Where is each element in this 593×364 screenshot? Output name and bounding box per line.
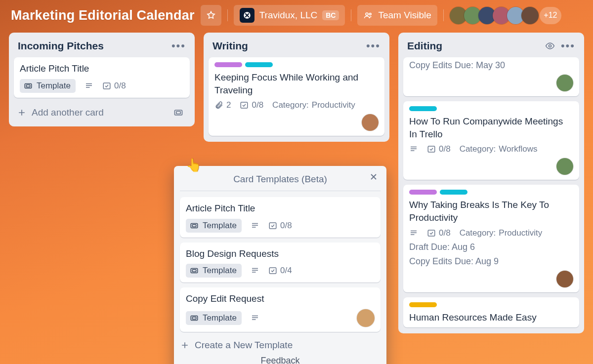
description-badge [251,314,259,323]
org-plan-chip: BC [322,10,339,20]
label-cyan[interactable] [440,190,467,195]
card-title: How To Run Companywide Meetings In Trell… [409,115,573,140]
card[interactable]: Human Resources Made Easy [403,297,579,328]
template-label: Template [203,266,237,276]
label-cyan[interactable] [409,106,437,111]
category-prefix: Category: [272,100,309,110]
visibility-button[interactable]: Team Visible [357,5,437,26]
checklist-icon [268,221,277,230]
template-card[interactable]: Blog Design Requests Template 0/4 [180,243,381,283]
checklist-icon [268,266,277,275]
board-canvas: Incoming Pitches ••• Article Pitch Title… [0,33,593,333]
svg-rect-11 [428,230,435,236]
list-menu-button[interactable]: ••• [366,40,381,52]
list-menu-button[interactable]: ••• [561,40,575,52]
svg-rect-5 [103,83,110,89]
card-title: Article Pitch Title [20,62,184,75]
template-card[interactable]: Article Pitch Title Template 0/8 [180,197,381,238]
description-icon [251,221,259,230]
card[interactable]: How To Run Companywide Meetings In Trell… [403,101,579,180]
divider [180,191,381,191]
checklist-badge: 0/8 [102,81,126,91]
template-badge: Template [186,264,242,278]
card-labels[interactable] [409,106,573,111]
description-badge [251,266,259,275]
list-title[interactable]: Editing [407,40,442,52]
checklist-icon [427,145,436,154]
visibility-label: Team Visible [378,10,431,21]
card[interactable]: Copy Edits Due: May 30 [403,57,579,96]
card-labels[interactable] [214,62,379,67]
due-date-text: Copy Edits Due: Aug 9 [409,256,573,267]
label-orange[interactable] [409,302,437,307]
card[interactable]: Article Pitch Title Template 0/8 [14,57,190,98]
feedback-link[interactable]: Feedback [260,356,299,364]
description-icon [251,314,259,323]
plus-icon [17,108,27,118]
card-member-avatar[interactable] [362,114,379,131]
svg-rect-7 [176,111,180,114]
category-value: Productivity [312,100,355,110]
card-templates-button[interactable] [170,105,187,121]
watch-icon[interactable] [545,41,555,51]
checklist-badge: 0/8 [427,144,451,154]
svg-point-9 [549,45,551,47]
category-badge: Category: Productivity [272,100,355,110]
board-title[interactable]: Marketing Editorial Calendar [11,8,195,23]
member-avatar[interactable] [521,7,539,24]
card-member-avatar[interactable] [556,158,573,175]
divider [227,9,228,21]
category-badge: Category: Productivity [460,228,543,238]
card-member-avatar[interactable] [357,309,375,327]
description-icon [251,266,259,275]
svg-rect-6 [175,110,182,115]
card[interactable]: Keeping Focus While Working and Travelin… [209,57,384,136]
card-labels[interactable] [409,190,573,195]
checklist-count: 0/8 [439,228,451,238]
close-button[interactable] [369,172,379,182]
card-title: Keeping Focus While Working and Travelin… [214,71,379,96]
template-icon [173,108,183,118]
divider [351,9,351,21]
svg-rect-14 [269,223,276,229]
category-badge: Category: Workflows [460,144,538,154]
org-button[interactable]: Travidux, LLC BC [234,5,345,26]
list-title[interactable]: Writing [212,40,248,52]
label-purple[interactable] [214,62,242,67]
checklist-icon [427,229,436,238]
template-badge: Template [186,311,242,325]
svg-rect-18 [191,316,198,320]
svg-rect-17 [269,268,276,274]
list-menu-button[interactable]: ••• [171,40,186,52]
template-label: Template [203,221,237,231]
close-icon [369,172,379,182]
template-icon [190,314,199,323]
more-members-button[interactable]: +12 [540,7,561,24]
list-incoming-pitches: Incoming Pitches ••• Article Pitch Title… [9,33,195,126]
member-avatars[interactable] [450,7,539,24]
template-card[interactable]: Copy Edit Request Template [180,287,381,332]
card-labels[interactable] [409,302,573,307]
card-title: Human Resources Made Easy [409,311,573,324]
description-badge [409,145,418,154]
label-purple[interactable] [409,190,437,195]
create-template-button[interactable]: Create a New Template [180,340,381,351]
checklist-badge: 0/8 [268,221,292,231]
attachment-badge: 2 [214,100,231,110]
label-cyan[interactable] [245,62,273,67]
card-member-avatar[interactable] [556,271,573,287]
svg-rect-16 [192,270,196,272]
checklist-badge: 0/8 [427,228,451,238]
card-member-avatar[interactable] [556,75,573,91]
add-card-button[interactable]: Add another card [17,107,104,118]
checklist-icon [240,101,249,110]
list-title[interactable]: Incoming Pitches [18,40,104,52]
card[interactable]: Why Taking Breaks Is The Key To Producti… [403,185,579,292]
checklist-badge: 0/8 [240,100,263,110]
svg-rect-19 [192,317,196,320]
attachment-icon [214,101,223,110]
description-badge [409,229,418,238]
list-writing: Writing ••• Keeping Focus While Working … [204,33,389,142]
description-icon [409,229,418,238]
star-button[interactable] [201,5,221,26]
